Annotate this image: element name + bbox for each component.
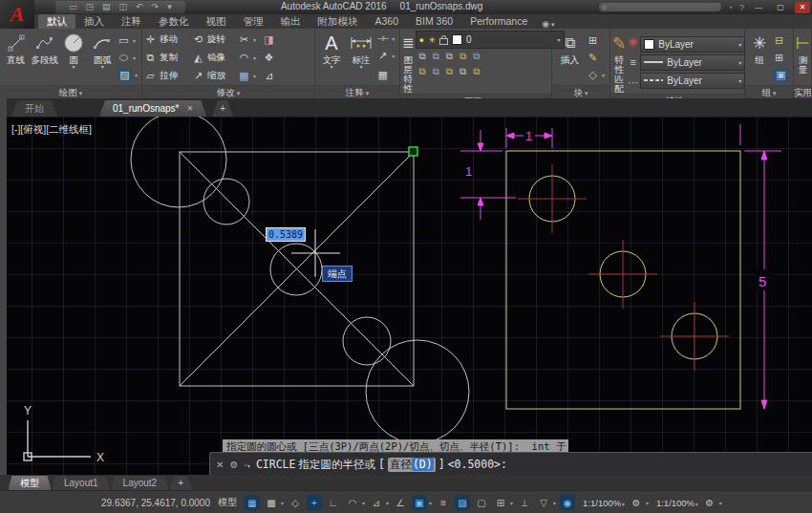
plot-icon[interactable]: ◫ — [119, 1, 128, 13]
layer-walk-icon[interactable]: ⧉ — [473, 66, 480, 77]
measure-button[interactable]: ⊢ 测量 — [796, 31, 810, 85]
fillet-button[interactable]: ◠▾ — [238, 52, 263, 64]
layer-freeze-icon[interactable]: ⧉ — [446, 51, 453, 62]
panel-label-block[interactable]: 块▾ — [552, 85, 609, 98]
3d-osnap-toggle[interactable]: ⊞ — [493, 495, 508, 510]
explode-button[interactable]: ❖ — [263, 52, 282, 64]
layer-properties-button[interactable]: ≣ 图层 特性 — [402, 31, 415, 94]
arc-button[interactable]: 圆弧 ▾ — [89, 31, 117, 85]
array-button[interactable]: ▦▾ — [238, 70, 263, 82]
layer-isolate-icon[interactable]: ⧉ — [433, 51, 439, 62]
arc-dropdown-icon[interactable]: ▾ — [101, 65, 104, 70]
scale-button[interactable]: ↗缩放 — [192, 70, 238, 82]
layer-dropdown[interactable]: ● ☀ 0 ▾ — [416, 31, 565, 49]
annotation-settings-gear-icon[interactable]: ⚙ — [629, 495, 644, 510]
object-snap-toggle[interactable]: ▣ — [412, 495, 427, 510]
group-button[interactable]: ✳ 组 — [747, 31, 772, 85]
tab-addins[interactable]: 附加模块 — [310, 14, 367, 29]
linear-dim-button[interactable]: ⊣⊢▾ — [376, 34, 397, 43]
snap-toggle[interactable]: ▩ — [264, 495, 279, 510]
tab-a360[interactable]: A360 — [367, 14, 408, 29]
layout-tab-layout2[interactable]: Layout2 — [111, 475, 170, 490]
tab-bim360[interactable]: BIM 360 — [407, 14, 461, 29]
ellipse-button[interactable]: ⬭▾ — [118, 52, 139, 64]
performance-recorder-icon[interactable]: ◉▾ — [542, 19, 556, 29]
stretch-button[interactable]: ▱拉伸 — [144, 70, 192, 82]
leader-button[interactable]: ↗▾ — [376, 50, 397, 62]
tab-output[interactable]: 输出 — [272, 14, 310, 29]
maximize-button[interactable]: ▢ — [773, 2, 788, 13]
file-tab-close-icon[interactable]: ✕ — [187, 100, 194, 117]
trim-button[interactable]: ✂▾ — [238, 33, 263, 46]
copy-button[interactable]: ⧉复制 — [144, 52, 192, 64]
close-button[interactable]: ✕ — [795, 2, 810, 13]
dynamic-input-field[interactable]: 0.5389 — [266, 227, 306, 242]
tab-annotate[interactable]: 注释 — [113, 14, 150, 29]
layer-unsave-icon[interactable]: ⧉ — [419, 66, 426, 77]
table-button[interactable]: ▦ — [376, 69, 397, 81]
erase-button[interactable]: ◨ — [263, 33, 282, 46]
model-space-indicator[interactable]: 模型 — [218, 496, 237, 509]
insert-button[interactable]: ⧉ 插入 — [554, 31, 586, 85]
move-button[interactable]: ✛移动 — [144, 33, 192, 46]
infocenter-search-input[interactable]: ○ — [599, 3, 721, 11]
panel-label-draw[interactable]: 绘图▾ — [0, 85, 141, 98]
application-menu-button[interactable]: A — [0, 0, 34, 29]
dynamic-input-toggle[interactable]: + — [307, 495, 322, 510]
annotation-visibility-toggle[interactable]: ◉ — [560, 495, 575, 510]
create-block-button[interactable]: ⊞ — [587, 34, 606, 47]
command-option-diameter[interactable]: 直径(D) — [388, 458, 436, 472]
tab-parametric[interactable]: 参数化 — [150, 14, 198, 29]
redo-icon[interactable]: ↷ — [152, 1, 160, 13]
mirror-button[interactable]: ◭镜像 — [192, 52, 238, 64]
ortho-toggle[interactable]: ∟ — [326, 495, 341, 510]
dynamic-ucs-toggle[interactable]: ⊥ — [517, 495, 532, 510]
panel-label-group[interactable]: 组▾ — [745, 85, 793, 98]
group-selection-toggle[interactable]: ▣ — [773, 69, 790, 81]
layout-tab-model[interactable]: 模型 — [8, 475, 52, 490]
layer-delete-icon[interactable]: ⧉ — [459, 66, 466, 77]
dimension-button[interactable]: 标注 ▾ — [347, 31, 375, 85]
minimize-button[interactable]: — — [751, 2, 766, 13]
panel-label-annotate[interactable]: 注释▾ — [315, 85, 399, 98]
viewport-scale-control[interactable]: 1:1/100% ▾ — [656, 498, 698, 508]
hatch-button[interactable]: ▨▾ — [118, 69, 139, 81]
lineweight-toggle[interactable]: ≡ — [436, 495, 451, 510]
ungroup-button[interactable]: ⊟ — [773, 34, 790, 47]
object-color-dropdown[interactable]: ByLayer ▾ — [640, 36, 745, 53]
tab-view[interactable]: 视图 — [198, 14, 235, 29]
new-file-icon[interactable]: ▭ — [69, 1, 77, 13]
panel-label-utilities[interactable]: 实用 — [794, 85, 811, 98]
circle-dropdown-icon[interactable]: ▾ — [73, 65, 75, 70]
circle-button[interactable]: 圆 ▾ — [59, 31, 87, 85]
layer-make-current-icon[interactable]: ⧉ — [473, 51, 480, 62]
file-tab-start[interactable]: 开始 — [11, 100, 57, 117]
command-customize-icon[interactable]: ⚙ — [229, 460, 238, 470]
lineweight-dropdown[interactable]: ByLayer ▾ — [640, 54, 745, 71]
layer-merge-icon[interactable]: ⧉ — [446, 66, 453, 77]
customization-gear-icon[interactable]: ⚙ — [702, 495, 717, 510]
open-icon[interactable]: ◳ — [86, 1, 95, 13]
layer-lock-icon[interactable]: ⧉ — [459, 51, 466, 62]
new-layout-button[interactable]: + — [169, 475, 192, 490]
transparency-toggle[interactable]: ▨ — [455, 495, 470, 510]
layout-tab-layout1[interactable]: Layout1 — [52, 475, 111, 490]
save-icon[interactable]: ▤ — [102, 1, 111, 13]
tab-performance[interactable]: Performance — [461, 14, 536, 29]
recent-commands-icon[interactable]: ◦▾ — [244, 460, 250, 470]
grid-toggle[interactable]: ▦ — [245, 495, 260, 510]
annotation-scale-control[interactable]: 1:1/100% ▾ — [583, 498, 625, 508]
text-button[interactable]: A 文字 ▾ — [317, 31, 346, 85]
polyline-button[interactable]: 多段线 — [31, 31, 58, 85]
rectangle-button[interactable]: ▭▾ — [118, 34, 139, 47]
signin-user-icon[interactable]: ◔ — [728, 3, 733, 12]
file-tab-document[interactable]: 01_runOsnaps* ✕ — [99, 100, 206, 117]
viewport-controls[interactable]: [-][俯视][二维线框] — [11, 123, 92, 137]
tab-home[interactable]: 默认 — [38, 14, 75, 29]
help-icon[interactable]: ? — [739, 3, 744, 12]
drawing-canvas[interactable]: 1 1 5 Y X [-][俯视][二维线框] 0.5389 端点 指定圆的圆心… — [0, 117, 812, 475]
define-attributes-button[interactable]: ◇▾ — [587, 69, 606, 81]
osnap-tracking-toggle[interactable]: ∠ — [393, 495, 408, 510]
command-prompt[interactable]: CIRCLE 指定圆的半径或 [ 直径(D) ] <0.5000>: — [256, 458, 507, 472]
tab-manage[interactable]: 管理 — [235, 14, 272, 29]
